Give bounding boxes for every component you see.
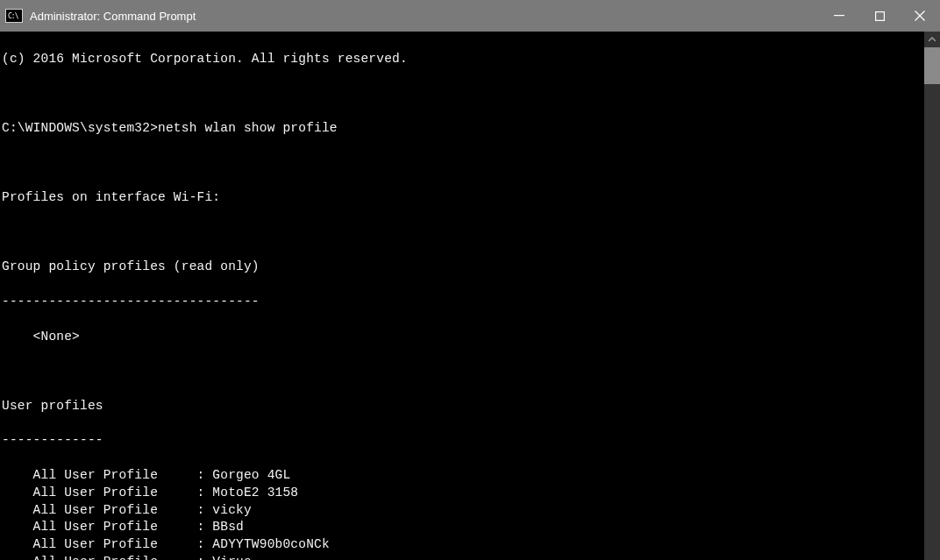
command-line-1: C:\WINDOWS\system32>netsh wlan show prof…: [2, 120, 924, 138]
console-output[interactable]: (c) 2016 Microsoft Corporation. All righ…: [0, 32, 924, 560]
minimize-button[interactable]: [819, 0, 859, 32]
profile-row: All User Profile : ADYYTW90b0coNCk: [2, 536, 924, 554]
profile-name: ADYYTW90b0coNCk: [212, 537, 330, 551]
blank-line: [2, 85, 924, 103]
group-none-line: <None>: [2, 329, 924, 346]
blank-line: [2, 224, 924, 242]
blank-line: [2, 363, 924, 380]
entered-command: netsh wlan show profile: [158, 121, 338, 135]
console-area: (c) 2016 Microsoft Corporation. All righ…: [0, 32, 940, 560]
maximize-icon: [875, 11, 885, 21]
profile-name: MotoE2 3158: [212, 486, 298, 500]
profile-label: All User Profile: [33, 503, 158, 517]
scrollbar-thumb[interactable]: [924, 47, 940, 84]
vertical-scrollbar[interactable]: [924, 32, 940, 560]
profile-label: All User Profile: [33, 468, 158, 482]
profile-row: All User Profile : BBsd: [2, 519, 924, 536]
blank-line: [2, 155, 924, 173]
titlebar[interactable]: C:\ Administrator: Command Prompt: [0, 0, 940, 32]
group-policy-header: Group policy profiles (read only): [2, 259, 924, 276]
prompt-path: C:\WINDOWS\system32>: [2, 121, 158, 135]
svg-rect-1: [875, 11, 884, 20]
profile-label: All User Profile: [33, 486, 158, 500]
divider-line: -------------: [2, 432, 924, 450]
profile-label: All User Profile: [33, 537, 158, 551]
profile-row: All User Profile : MotoE2 3158: [2, 485, 924, 502]
profile-name: vicky: [212, 503, 252, 517]
maximize-button[interactable]: [859, 0, 900, 32]
profile-name: Gorgeo 4GL: [212, 468, 290, 482]
profile-row: All User Profile : vicky: [2, 502, 924, 520]
close-icon: [915, 11, 925, 21]
profile-name: Virus: [212, 555, 252, 560]
window-title: Administrator: Command Prompt: [30, 10, 196, 23]
profile-label: All User Profile: [33, 555, 158, 560]
minimize-icon: [834, 15, 844, 17]
scrollbar-track[interactable]: [924, 47, 940, 560]
chevron-up-icon: [929, 37, 936, 42]
profile-row: All User Profile : Gorgeo 4GL: [2, 467, 924, 485]
command-prompt-window: C:\ Administrator: Command Prompt (c) 20…: [0, 0, 940, 560]
profile-row: All User Profile : Virus: [2, 554, 924, 560]
scroll-up-button[interactable]: [924, 32, 940, 47]
cmd-icon: C:\: [5, 9, 23, 23]
profile-name: BBsd: [212, 520, 244, 534]
copyright-line: (c) 2016 Microsoft Corporation. All righ…: [2, 51, 924, 68]
interface-header: Profiles on interface Wi-Fi:: [2, 189, 924, 207]
svg-rect-0: [834, 15, 844, 16]
divider-line: ---------------------------------: [2, 294, 924, 311]
user-profiles-header: User profiles: [2, 398, 924, 415]
profile-label: All User Profile: [33, 520, 158, 534]
close-button[interactable]: [900, 0, 940, 32]
